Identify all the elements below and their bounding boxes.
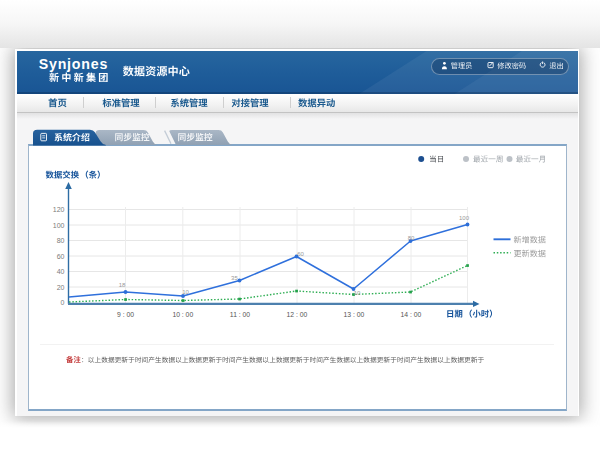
svg-text:100: 100 xyxy=(53,222,65,229)
svg-text:18: 18 xyxy=(119,282,126,288)
svg-text:0: 0 xyxy=(61,299,65,306)
svg-text:11 : 00: 11 : 00 xyxy=(230,311,251,318)
svg-text:40: 40 xyxy=(57,268,65,275)
svg-text:13 : 00: 13 : 00 xyxy=(344,311,365,318)
svg-text:20: 20 xyxy=(57,284,65,291)
svg-text:14 : 00: 14 : 00 xyxy=(401,311,422,318)
svg-text:60: 60 xyxy=(297,251,304,257)
svg-text:10 : 00: 10 : 00 xyxy=(172,311,193,318)
svg-text:12 : 00: 12 : 00 xyxy=(287,311,308,318)
svg-text:80: 80 xyxy=(408,235,415,241)
svg-text:35: 35 xyxy=(231,275,238,281)
svg-text:60: 60 xyxy=(57,253,65,260)
svg-text:80: 80 xyxy=(57,237,65,244)
svg-text:100: 100 xyxy=(459,215,470,221)
svg-text:120: 120 xyxy=(53,206,65,213)
svg-text:10: 10 xyxy=(354,290,361,296)
svg-text:Synjones: Synjones xyxy=(39,56,108,72)
svg-text:9 : 00: 9 : 00 xyxy=(117,311,134,318)
svg-text:10: 10 xyxy=(182,289,189,295)
